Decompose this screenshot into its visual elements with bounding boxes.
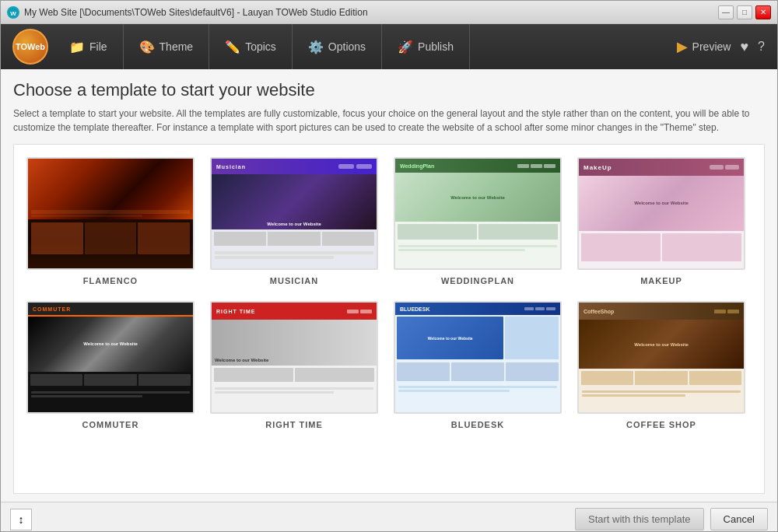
preview-play-icon: ▶ [677, 38, 688, 55]
preview-label: Preview [692, 40, 731, 53]
template-thumb-coffeeshop[interactable]: CoffeeShop Welcome to our Website [577, 301, 745, 414]
maximize-button[interactable]: □ [737, 5, 752, 19]
tab-topics-label: Topics [245, 40, 276, 53]
nav-tabs: 📁 File 🎨 Theme ✏️ Topics ⚙️ Options 🚀 Pu… [54, 24, 677, 69]
file-icon: 📁 [69, 40, 85, 54]
template-thumb-righttime[interactable]: RIGHT TIME Welcome to our Website [210, 301, 378, 414]
app-logo: TOWeb [12, 29, 48, 65]
page-title: Choose a template to start your website [13, 80, 765, 100]
template-item-musician[interactable]: Musician Welcome to our Website [210, 157, 378, 285]
template-thumb-makeup[interactable]: MakeUp Welcome to our Website [577, 157, 745, 270]
cancel-button[interactable]: Cancel [710, 508, 768, 530]
template-thumb-weddingplan[interactable]: WeddingPlan Welcome to our Website [394, 157, 562, 270]
close-button[interactable]: ✕ [755, 5, 771, 19]
template-item-flamenco[interactable]: FLAMENCO [26, 157, 194, 285]
template-name-bluedesk: BLUEDESK [451, 420, 505, 429]
tab-theme-label: Theme [159, 40, 194, 53]
template-name-righttime: RIGHT TIME [265, 420, 323, 429]
action-buttons: Start with this template Cancel [575, 508, 768, 530]
template-thumb-flamenco[interactable] [26, 157, 194, 270]
tab-topics[interactable]: ✏️ Topics [209, 24, 293, 69]
topics-icon: ✏️ [225, 40, 240, 54]
right-nav: ▶ Preview ♥ ? [677, 38, 771, 55]
title-bar: W My Web Site [\Documents\TOWeb Sites\de… [1, 1, 777, 24]
window-controls: — □ ✕ [718, 5, 771, 19]
flamenco-bg [28, 159, 193, 268]
template-item-coffeeshop[interactable]: CoffeeShop Welcome to our Website [577, 301, 745, 429]
start-template-button[interactable]: Start with this template [575, 508, 704, 530]
options-icon: ⚙️ [308, 40, 324, 54]
bottom-bar: ↕ Start with this template Cancel [1, 502, 777, 532]
help-icon[interactable]: ? [758, 40, 765, 54]
toolbar: TOWeb 📁 File 🎨 Theme ✏️ Topics ⚙️ Option… [1, 24, 777, 69]
template-name-commuter: COMMUTER [82, 420, 139, 429]
favorites-icon[interactable]: ♥ [740, 39, 748, 55]
title-bar-left: W My Web Site [\Documents\TOWeb Sites\de… [7, 6, 368, 19]
tab-publish-label: Publish [418, 40, 454, 53]
app-icon: W [7, 6, 19, 19]
sort-button[interactable]: ↕ [10, 509, 32, 530]
template-item-weddingplan[interactable]: WeddingPlan Welcome to our Website [394, 157, 562, 285]
publish-icon: 🚀 [398, 40, 413, 54]
template-name-makeup: MAKEUP [640, 276, 682, 285]
theme-icon: 🎨 [139, 40, 155, 54]
logo-area: TOWeb [7, 26, 54, 67]
minimize-button[interactable]: — [718, 5, 734, 19]
preview-button[interactable]: ▶ Preview [677, 38, 731, 55]
template-name-coffeeshop: COFFEE SHOP [626, 420, 696, 429]
tab-publish[interactable]: 🚀 Publish [382, 24, 470, 69]
tab-options[interactable]: ⚙️ Options [293, 24, 382, 69]
svg-text:W: W [10, 10, 16, 17]
tab-options-label: Options [328, 40, 366, 53]
template-name-weddingplan: WEDDINGPLAN [441, 276, 514, 285]
template-thumb-musician[interactable]: Musician Welcome to our Website [210, 157, 378, 270]
tab-file-label: File [89, 40, 107, 53]
template-item-righttime[interactable]: RIGHT TIME Welcome to our Website [210, 301, 378, 429]
template-item-bluedesk[interactable]: BLUEDESK Welcome to our Website [394, 301, 562, 429]
template-name-musician: MUSICIAN [270, 276, 318, 285]
template-item-makeup[interactable]: MakeUp Welcome to our Website [577, 157, 745, 285]
tab-theme[interactable]: 🎨 Theme [124, 24, 210, 69]
template-name-flamenco: FLAMENCO [83, 276, 138, 285]
template-item-commuter[interactable]: COMMUTER Welcome to our Website [26, 301, 194, 429]
tab-file[interactable]: 📁 File [54, 24, 124, 69]
page-description: Select a template to start your website.… [13, 107, 760, 135]
template-thumb-bluedesk[interactable]: BLUEDESK Welcome to our Website [394, 301, 562, 414]
window-title: My Web Site [\Documents\TOWeb Sites\defa… [24, 7, 368, 18]
template-gallery[interactable]: FLAMENCO Musician Welcome t [13, 144, 765, 494]
template-grid: FLAMENCO Musician Welcome t [26, 157, 752, 429]
template-thumb-commuter[interactable]: COMMUTER Welcome to our Website [26, 301, 194, 414]
main-content: Choose a template to start your website … [1, 69, 777, 502]
